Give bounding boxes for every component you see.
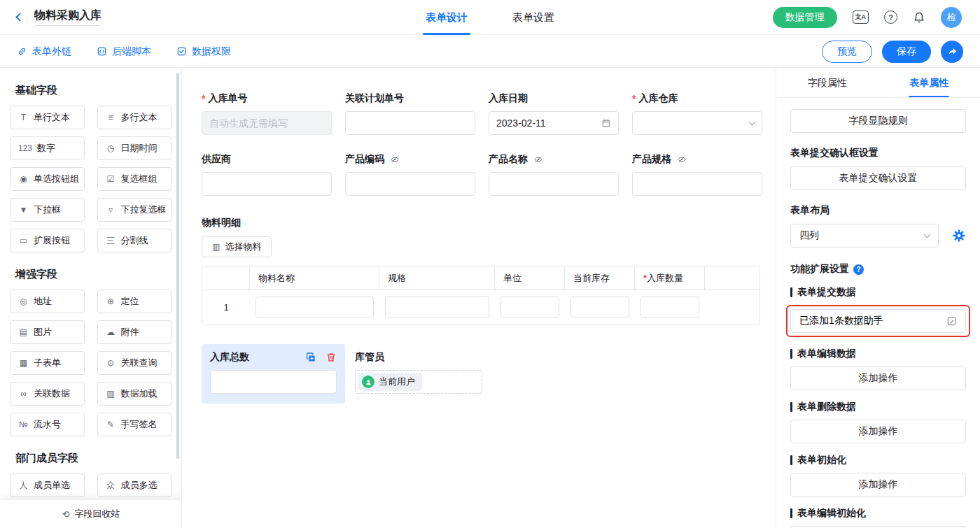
external-link-icon: [17, 46, 27, 57]
field-label: 入库总数: [210, 351, 249, 364]
field-label: 关联计划单号: [345, 92, 404, 105]
field-type-button[interactable]: ≡ 多行文本: [97, 106, 172, 129]
back-button[interactable]: [14, 11, 26, 23]
help-question-icon[interactable]: ?: [853, 264, 864, 275]
add-action-button[interactable]: 添加操作: [790, 366, 966, 390]
spec-cell-input[interactable]: [385, 297, 489, 317]
edit-icon: [946, 316, 957, 327]
field-type-button[interactable]: 123 数字: [10, 136, 85, 160]
copy-field-icon[interactable]: [305, 352, 316, 363]
field-library-sidebar: 基础字段 T 单行文本 ≡ 多行文本 123 数字 ◷: [0, 69, 182, 528]
help-icon[interactable]: ?: [884, 10, 897, 24]
inbound-total-input[interactable]: [210, 370, 337, 394]
chevron-down-icon: [924, 231, 931, 238]
field-product-spec[interactable]: 产品规格: [632, 153, 762, 196]
field-type-button[interactable]: ⊙ 关联查询: [97, 351, 172, 375]
data-permission-link[interactable]: 数据权限: [176, 45, 231, 58]
field-product-code[interactable]: 产品编码: [345, 153, 475, 196]
tab-form-design[interactable]: 表单设计: [426, 0, 468, 35]
field-type-icon: ☁: [106, 327, 116, 337]
field-recycle-bin[interactable]: ⟲ 字段回收站: [0, 500, 182, 528]
submit-confirm-title: 表单提交确认框设置: [790, 147, 966, 159]
field-type-button[interactable]: 众 成员多选: [97, 473, 172, 497]
field-type-icon: 众: [106, 480, 116, 492]
field-type-button[interactable]: ▤ 图片: [10, 320, 85, 344]
data-manage-button[interactable]: 数据管理: [773, 7, 837, 28]
add-action-button[interactable]: 添加操作: [790, 473, 966, 497]
current-user-tag[interactable]: 当前用户: [358, 373, 422, 391]
layout-select[interactable]: 四列: [790, 224, 939, 248]
field-type-button[interactable]: ▿ 下拉复选框: [97, 198, 172, 222]
group-title: 表单删除数据: [797, 401, 856, 413]
field-product-name[interactable]: 产品名称: [489, 153, 619, 196]
field-type-button[interactable]: ▥ 数据加载: [97, 382, 172, 406]
submit-confirm-button[interactable]: 表单提交确认设置: [790, 166, 966, 190]
tab-form-properties[interactable]: 表单属性: [878, 69, 980, 97]
unit-cell-input[interactable]: [500, 297, 559, 317]
field-type-button[interactable]: № 流水号: [10, 413, 85, 436]
field-type-button[interactable]: ☁ 附件: [97, 320, 172, 344]
field-type-button[interactable]: ◎ 地址: [10, 290, 85, 313]
current-stock-cell-input[interactable]: [570, 297, 629, 317]
field-label: 库管员: [355, 351, 482, 364]
page-title[interactable]: 物料采购入库: [34, 8, 102, 26]
field-display-rule-button[interactable]: 字段显隐规则: [790, 109, 966, 133]
notification-bell-icon[interactable]: [913, 11, 925, 24]
related-plan-no-input[interactable]: [345, 111, 475, 135]
field-type-button[interactable]: ◷ 日期时间: [97, 136, 172, 160]
extension-group: 表单编辑初始化 添加操作: [790, 507, 966, 528]
field-type-button[interactable]: ▦ 子表单: [10, 351, 85, 375]
table-header-cell: [202, 266, 250, 290]
keeper-member-input[interactable]: 当前用户: [355, 370, 482, 394]
field-inbound-date[interactable]: 入库日期 2023-02-11: [489, 92, 619, 135]
field-inbound-order-no[interactable]: *入库单号: [202, 92, 332, 135]
preview-button[interactable]: 预览: [822, 41, 872, 63]
inbound-date-input[interactable]: 2023-02-11: [489, 111, 619, 135]
table-header-cell: 单位: [495, 266, 565, 290]
field-type-button[interactable]: ▼ 下拉框: [10, 198, 85, 222]
group-title: 表单编辑初始化: [797, 507, 866, 520]
eye-hidden-icon: [677, 155, 687, 164]
field-type-button[interactable]: ✎ 手写签名: [97, 413, 172, 436]
field-type-button[interactable]: 人 成员单选: [10, 473, 85, 497]
layout-settings-gear-icon[interactable]: [952, 229, 966, 243]
field-inbound-total-selected[interactable]: 入库总数: [202, 344, 345, 404]
select-material-button[interactable]: ▥ 选择物料: [202, 236, 272, 257]
field-warehouse-keeper[interactable]: 库管员 当前用户: [355, 351, 482, 394]
inbound-qty-cell-input[interactable]: [640, 297, 699, 317]
field-inbound-warehouse[interactable]: *入库仓库: [632, 92, 762, 135]
field-related-plan-no[interactable]: 关联计划单号: [345, 92, 475, 135]
field-type-button[interactable]: ▭ 扩展按钮: [10, 229, 85, 252]
backend-script-link[interactable]: 后端脚本: [97, 45, 151, 58]
field-type-button[interactable]: 三 分割线: [97, 229, 172, 252]
table-header-cell: 物料名称: [250, 266, 379, 290]
field-type-button[interactable]: T 单行文本: [10, 106, 85, 129]
header-tabs: 表单设计 表单设置: [426, 0, 554, 35]
product-code-input[interactable]: [345, 172, 475, 196]
warehouse-select[interactable]: [632, 111, 762, 135]
field-type-button[interactable]: ∞ 关联数据: [10, 382, 85, 406]
tab-form-settings[interactable]: 表单设置: [512, 0, 554, 35]
field-type-icon: ◷: [106, 143, 116, 153]
user-avatar[interactable]: 检: [941, 7, 962, 28]
share-button[interactable]: [941, 41, 963, 63]
data-assistant-button[interactable]: 已添加1条数据助手: [790, 309, 966, 333]
inbound-order-no-input[interactable]: [202, 111, 332, 135]
eye-hidden-icon: [390, 155, 400, 164]
field-supplier[interactable]: 供应商: [202, 153, 332, 196]
form-external-link[interactable]: 表单外链: [17, 45, 71, 58]
save-button[interactable]: 保存: [882, 41, 931, 63]
delete-field-icon[interactable]: [326, 352, 337, 363]
field-type-button[interactable]: ⊕ 定位: [97, 290, 172, 313]
product-name-input[interactable]: [489, 172, 619, 196]
field-type-button[interactable]: ☑ 复选框组: [97, 167, 172, 191]
supplier-input[interactable]: [202, 172, 332, 196]
sidebar-scrollbar[interactable]: [176, 73, 179, 459]
field-type-button[interactable]: ◉ 单选按钮组: [10, 167, 85, 191]
product-spec-input[interactable]: [632, 172, 762, 196]
material-name-cell-input[interactable]: [255, 297, 374, 317]
group-title-bar: [790, 455, 792, 465]
add-action-button[interactable]: 添加操作: [790, 420, 966, 443]
language-icon[interactable]: 文A: [853, 10, 869, 24]
tab-field-properties[interactable]: 字段属性: [776, 69, 878, 97]
